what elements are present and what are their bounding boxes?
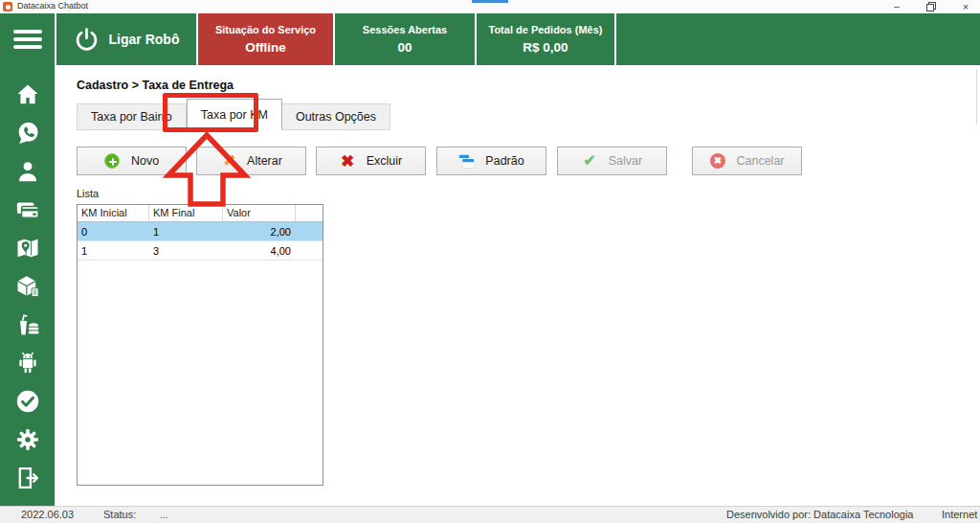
statusbar-status-label: Status: — [103, 509, 136, 520]
column-header-valor[interactable]: Valor — [223, 205, 296, 221]
tab-taxa-por-km[interactable]: Taxa por KM — [187, 99, 282, 130]
cell-km-inicial: 0 — [78, 226, 149, 238]
restore-button[interactable] — [917, 0, 946, 13]
cancelar-button[interactable]: ✖ Cancelar — [692, 147, 802, 175]
ligar-robo-button[interactable]: Ligar Robô — [56, 13, 196, 65]
orders-total: R$ 0,00 — [523, 40, 568, 55]
sidebar-item-products[interactable] — [0, 267, 55, 306]
whatsapp-icon — [14, 120, 41, 147]
statusbar-status-value: ... — [160, 509, 168, 520]
tab-taxa-por-bairro[interactable]: Taxa por Bairro — [77, 103, 187, 130]
padrao-button[interactable]: Padrão — [436, 147, 546, 175]
ligar-robo-label: Ligar Robô — [109, 32, 180, 47]
panel-label: Sessões Abertas — [363, 24, 447, 35]
table-row[interactable]: 0 1 2,00 — [78, 222, 323, 241]
tab-outras-opcoes[interactable]: Outras Opções — [282, 103, 390, 130]
main-content: Cadastro > Taxa de Entrega Taxa por Bair… — [55, 65, 980, 506]
novo-label: Novo — [131, 154, 159, 168]
sidebar-item-exit[interactable] — [0, 459, 55, 497]
breadcrumb: Cadastro > Taxa de Entrega — [77, 79, 234, 92]
salvar-label: Salvar — [609, 154, 642, 168]
column-header-empty — [296, 205, 323, 221]
sessions-count: 00 — [397, 40, 412, 55]
sidebar-item-android-app[interactable] — [0, 344, 55, 382]
users-icon — [14, 158, 41, 185]
sidebar-item-delivery-map[interactable] — [0, 229, 55, 267]
sidebar-item-confirm[interactable] — [0, 382, 55, 421]
table-header: KM Inicial KM Final Valor — [78, 205, 323, 222]
pencil-icon — [220, 153, 236, 170]
salvar-button[interactable]: ✔ Salvar — [557, 147, 667, 175]
cell-km-inicial: 1 — [78, 245, 149, 257]
fastfood-icon — [14, 311, 41, 338]
panel-total-pedidos: Total de Pedidos (Mês) R$ 0,00 — [477, 13, 614, 65]
panel-empty — [616, 13, 980, 65]
window-title: Datacaixa Chatbot — [17, 1, 88, 11]
hamburger-icon — [13, 30, 42, 49]
panel-label: Total de Pedidos (Mês) — [489, 24, 603, 35]
window-edge-line — [976, 69, 977, 125]
novo-button[interactable]: Novo — [77, 147, 187, 175]
toolbar: Novo Alterar ✖ Excluir — [55, 147, 980, 175]
app-icon — [3, 2, 12, 11]
status-badge: Offline — [245, 40, 286, 55]
statusbar-network: Internet — [942, 509, 977, 520]
panel-sessoes-abertas: Sessões Abertas 00 — [335, 13, 475, 65]
table-row[interactable]: 1 3 4,00 — [78, 241, 323, 261]
close-button[interactable]: × — [951, 0, 980, 13]
list-label: Lista — [77, 188, 99, 199]
plus-circle-icon — [104, 153, 121, 170]
tab-strip: Taxa por Bairro Taxa por KM Outras Opçõe… — [77, 99, 390, 130]
cancelar-label: Cancelar — [736, 154, 784, 168]
red-x-icon: ✖ — [340, 153, 356, 170]
sidebar-item-home[interactable] — [0, 76, 55, 114]
home-icon — [14, 81, 41, 108]
excluir-label: Excluir — [367, 154, 403, 168]
menu-button[interactable] — [0, 13, 55, 65]
android-icon — [14, 350, 41, 376]
sidebar — [0, 65, 55, 506]
app-window: Datacaixa Chatbot – × Ligar Robô Situaçã… — [0, 0, 980, 523]
restore-icon — [926, 2, 936, 11]
header: Ligar Robô Situação do Serviço Offline S… — [0, 13, 980, 65]
check-circle-icon — [14, 388, 41, 415]
padrao-label: Padrão — [485, 154, 523, 168]
column-header-km-inicial[interactable]: KM Inicial — [78, 205, 149, 221]
top-blue-strip — [472, 0, 508, 3]
cell-valor: 2,00 — [223, 226, 296, 238]
sidebar-item-menu-items[interactable] — [0, 306, 55, 344]
cell-km-final: 3 — [149, 245, 223, 257]
taxa-km-table[interactable]: KM Inicial KM Final Valor 0 1 2,00 1 3 4… — [77, 204, 323, 486]
panel-situacao-servico: Situação do Serviço Offline — [198, 13, 333, 65]
alterar-label: Alterar — [247, 154, 282, 168]
statusbar-developer: Desenvolvido por: Datacaixa Tecnologia — [726, 509, 913, 520]
sidebar-item-whatsapp[interactable] — [0, 114, 55, 152]
sidebar-item-users[interactable] — [0, 152, 55, 191]
sidebar-item-settings[interactable] — [0, 421, 55, 459]
status-bar: 2022.06.03 Status: ... Desenvolvido por:… — [0, 506, 980, 523]
alterar-button[interactable]: Alterar — [196, 147, 306, 175]
map-pin-icon — [14, 235, 41, 262]
statusbar-date: 2022.06.03 — [21, 509, 74, 520]
gear-icon — [14, 426, 41, 453]
package-icon — [14, 273, 41, 300]
minimize-button[interactable]: – — [882, 0, 911, 13]
panel-label: Situação do Serviço — [215, 24, 316, 35]
cell-valor: 4,00 — [223, 245, 296, 257]
cell-km-final: 1 — [149, 226, 223, 238]
cancel-circle-icon: ✖ — [709, 153, 725, 170]
sidebar-item-payments[interactable] — [0, 191, 55, 229]
power-icon — [74, 27, 100, 53]
column-header-km-final[interactable]: KM Final — [149, 205, 223, 221]
green-check-icon: ✔ — [582, 153, 598, 170]
credit-cards-icon — [14, 196, 41, 223]
exit-icon — [14, 465, 41, 491]
layers-icon — [458, 153, 475, 170]
excluir-button[interactable]: ✖ Excluir — [316, 147, 426, 175]
